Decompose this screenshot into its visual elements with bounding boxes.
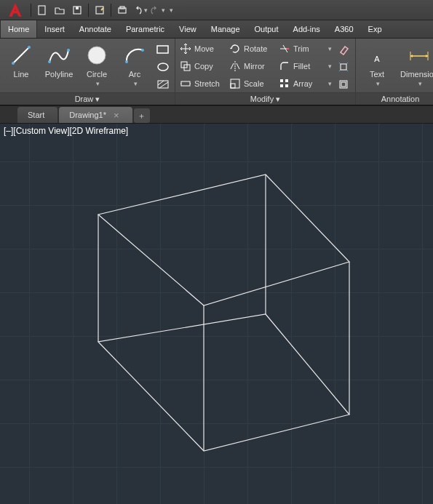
copy-button[interactable]: Copy bbox=[178, 58, 226, 75]
polyline-button[interactable]: Polyline bbox=[41, 40, 77, 92]
plot-icon[interactable] bbox=[114, 2, 130, 18]
chevron-down-icon: ▾ bbox=[162, 7, 165, 14]
saveas-icon[interactable] bbox=[92, 2, 108, 18]
svg-rect-28 bbox=[341, 64, 346, 70]
svg-line-17 bbox=[158, 81, 164, 85]
quick-access-toolbar: ▾ ▾ ▾ bbox=[0, 0, 433, 20]
tab-view[interactable]: View bbox=[172, 20, 204, 38]
svg-point-15 bbox=[158, 63, 168, 71]
stretch-button[interactable]: Stretch bbox=[178, 76, 226, 92]
circle-label: Circle▾ bbox=[87, 70, 107, 88]
offset-icon[interactable] bbox=[335, 76, 352, 92]
cube-wireframe bbox=[0, 124, 433, 504]
text-label: Text▾ bbox=[370, 70, 384, 88]
hatch-icon[interactable] bbox=[154, 76, 172, 92]
close-icon[interactable]: × bbox=[114, 110, 119, 121]
tab-manage[interactable]: Manage bbox=[204, 20, 247, 38]
text-button[interactable]: A Text▾ bbox=[359, 40, 395, 92]
new-icon[interactable] bbox=[34, 2, 50, 18]
tab-insert[interactable]: Insert bbox=[37, 20, 72, 38]
erase-icon[interactable] bbox=[335, 41, 352, 57]
panel-modify: Move Copy Stretch Rotate Mirror Scale Tr… bbox=[175, 39, 356, 105]
tab-parametric[interactable]: Parametric bbox=[119, 20, 172, 38]
svg-rect-27 bbox=[285, 84, 288, 87]
new-tab-button[interactable]: ＋ bbox=[134, 108, 150, 123]
dimension-label: Dimension▾ bbox=[400, 70, 433, 88]
fillet-button[interactable]: Fillet▾ bbox=[277, 58, 333, 75]
svg-point-10 bbox=[67, 49, 70, 52]
svg-rect-30 bbox=[341, 82, 346, 87]
dimension-button[interactable]: Dimension▾ bbox=[397, 40, 433, 92]
arc-button[interactable]: Arc▾ bbox=[116, 40, 153, 92]
svg-rect-2 bbox=[76, 7, 79, 9]
svg-rect-22 bbox=[231, 84, 235, 88]
svg-point-11 bbox=[88, 47, 106, 64]
tab-home[interactable]: Home bbox=[0, 20, 37, 38]
redo-icon[interactable]: ▾ bbox=[149, 2, 165, 18]
rectangle-icon[interactable] bbox=[154, 41, 172, 57]
svg-point-12 bbox=[125, 60, 128, 63]
document-tabs: Start Drawing1*× ＋ bbox=[0, 105, 433, 124]
svg-point-13 bbox=[141, 49, 144, 52]
tab-drawing1[interactable]: Drawing1*× bbox=[59, 107, 132, 123]
tab-output[interactable]: Output bbox=[247, 20, 286, 38]
panel-title-draw[interactable]: Draw ▾ bbox=[0, 92, 175, 105]
move-button[interactable]: Move bbox=[178, 41, 226, 57]
tab-annotate[interactable]: Annotate bbox=[72, 20, 119, 38]
svg-rect-0 bbox=[39, 6, 45, 15]
line-label: Line bbox=[14, 70, 29, 79]
ribbon: Line Polyline Circle▾ Arc▾ Draw ▾ bbox=[0, 39, 433, 105]
svg-rect-24 bbox=[280, 79, 283, 82]
tab-a360[interactable]: A360 bbox=[327, 20, 361, 38]
trim-button[interactable]: Trim▾ bbox=[277, 41, 333, 57]
tab-addins[interactable]: Add-ins bbox=[286, 20, 327, 38]
svg-line-6 bbox=[13, 47, 29, 63]
qat-separator bbox=[31, 4, 31, 17]
chevron-down-icon: ▾ bbox=[144, 7, 148, 14]
explode-icon[interactable] bbox=[335, 59, 352, 75]
chevron-down-icon: ▾ bbox=[328, 80, 332, 87]
qat-separator bbox=[111, 4, 111, 17]
chevron-down-icon: ▾ bbox=[328, 63, 332, 70]
ellipse-icon[interactable] bbox=[154, 59, 172, 75]
tab-express[interactable]: Exp bbox=[361, 20, 389, 38]
app-logo[interactable] bbox=[3, 1, 28, 19]
line-button[interactable]: Line bbox=[3, 40, 39, 92]
chevron-down-icon: ▾ bbox=[328, 45, 332, 52]
array-button[interactable]: Array▾ bbox=[277, 76, 333, 92]
svg-point-8 bbox=[28, 46, 31, 49]
drawing-canvas[interactable]: [–][Custom View][2D Wireframe] bbox=[0, 124, 433, 504]
svg-marker-35 bbox=[98, 314, 349, 451]
arc-label: Arc▾ bbox=[129, 70, 141, 88]
panel-title-annotation[interactable]: Annotation bbox=[356, 92, 433, 105]
panel-title-modify[interactable]: Modify ▾ bbox=[175, 92, 355, 105]
svg-rect-3 bbox=[96, 7, 103, 14]
svg-rect-26 bbox=[280, 84, 283, 87]
save-icon[interactable] bbox=[69, 2, 85, 18]
panel-draw: Line Polyline Circle▾ Arc▾ Draw ▾ bbox=[0, 39, 175, 105]
svg-rect-25 bbox=[285, 79, 288, 82]
menu-bar: Home Insert Annotate Parametric View Man… bbox=[0, 20, 433, 39]
scale-button[interactable]: Scale bbox=[228, 76, 276, 92]
open-icon[interactable] bbox=[52, 2, 68, 18]
circle-button[interactable]: Circle▾ bbox=[79, 40, 115, 92]
undo-icon[interactable]: ▾ bbox=[132, 2, 148, 18]
svg-point-9 bbox=[48, 60, 51, 63]
qat-separator bbox=[88, 4, 89, 17]
panel-annotation: A Text▾ Dimension▾ Annotation bbox=[356, 39, 433, 105]
polyline-label: Polyline bbox=[45, 70, 74, 79]
tab-start[interactable]: Start bbox=[17, 107, 57, 123]
qat-dropdown-icon[interactable]: ▾ bbox=[170, 7, 173, 14]
svg-point-7 bbox=[12, 62, 15, 65]
svg-marker-36 bbox=[98, 175, 349, 305]
rotate-button[interactable]: Rotate bbox=[228, 41, 276, 57]
svg-rect-14 bbox=[157, 46, 168, 53]
svg-rect-21 bbox=[181, 81, 190, 86]
mirror-button[interactable]: Mirror bbox=[228, 58, 276, 75]
svg-text:A: A bbox=[374, 55, 380, 63]
